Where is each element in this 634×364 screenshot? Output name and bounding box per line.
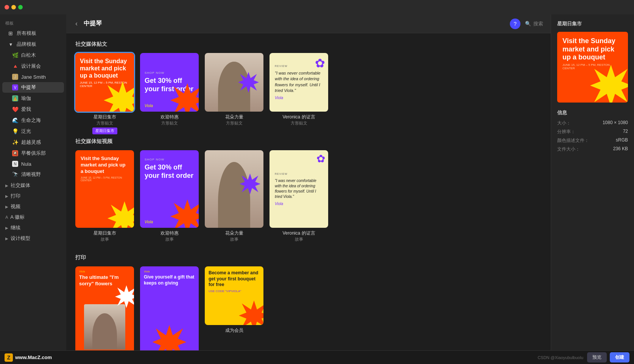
card-story-review[interactable]: ✿ REVIEW "I was never comfortable with t… xyxy=(269,150,328,242)
sidebar-section-header: 模板 xyxy=(0,17,66,28)
z-logo-icon: Z xyxy=(5,353,13,362)
sidebar-item-loveme[interactable]: ❤️ 爱我 xyxy=(2,104,64,115)
preview-main-text: Visit the Sunday market and pick up a bo… xyxy=(562,37,623,62)
card-story-flower[interactable]: 花朵力量 故事 xyxy=(205,150,263,242)
print-member-flower xyxy=(239,300,263,325)
card-story-thirty[interactable]: SHOP NOW Get 30% off your first order Vi… xyxy=(140,150,199,242)
review-quote: "I was never comfortable with the idea o… xyxy=(275,70,323,94)
thumb-print-flowers: Viola The ultimate "I'm sorry" flowers xyxy=(75,266,134,350)
card-veronica[interactable]: ✿ REVIEW "I was never comfortable with t… xyxy=(269,53,328,126)
sidebar-item-breakfast[interactable]: 🍳 早餐俱乐部 xyxy=(2,148,64,159)
story-name-thirty: 欢迎特惠 xyxy=(160,230,179,236)
card-story-sunday[interactable]: Visit the Sunday market and pick up a bo… xyxy=(75,150,134,242)
person-icon: J xyxy=(12,74,18,80)
sidebar-item-light[interactable]: 💡 泛光 xyxy=(2,126,64,137)
print-gift-text: Give yourself a gift that keeps on givin… xyxy=(144,274,195,286)
sidebar-expand-video[interactable]: ▶ 视频 xyxy=(0,201,66,212)
help-button[interactable]: ? xyxy=(510,19,520,29)
bottom-buttons: 预览 创建 xyxy=(587,352,629,362)
yoga-icon: 🧘 xyxy=(12,95,18,101)
thumb-story-flower xyxy=(205,150,263,228)
search-label: 搜索 xyxy=(533,20,543,27)
print-title: 打印 xyxy=(75,254,542,261)
app-logo: Z www.MacZ.com xyxy=(5,353,52,362)
card-flower-power[interactable]: 花朵力量 方形贴文 xyxy=(205,53,263,126)
sidebar-item-ocean[interactable]: 🌊 生命之海 xyxy=(2,115,64,126)
sidebar-item-design-expo[interactable]: 🔺 设计展会 xyxy=(2,61,64,72)
sidebar-expand-continue[interactable]: ▶ 继续 xyxy=(0,222,66,233)
letter-a-icon: A xyxy=(5,215,8,219)
print-grid: Viola The ultimate "I'm sorry" flowers xyxy=(75,266,542,350)
thirty-brand: Viola xyxy=(145,104,153,108)
card-sub-sunday: 方形贴文 xyxy=(97,120,113,126)
sidebar-item-brand-templates[interactable]: ▾ 品牌模板 xyxy=(2,39,64,50)
chevron-right-icon-3: ▶ xyxy=(5,205,8,209)
search-area[interactable]: 🔍 搜索 xyxy=(525,20,543,27)
light-icon: 💡 xyxy=(12,128,18,134)
logo-text: www.MacZ.com xyxy=(15,355,52,360)
info-section-title: 信息 xyxy=(557,108,628,116)
sidebar-expand-print[interactable]: ▶ 打印 xyxy=(0,191,66,201)
sidebar-item-all-templates[interactable]: ⊞ 所有模板 xyxy=(2,28,64,39)
sidebar-item-jane-smith[interactable]: J Jane Smith xyxy=(2,72,64,82)
print-gift-brand: Viola xyxy=(144,270,195,273)
sidebar-item-viola[interactable]: V 中提琴 xyxy=(2,82,64,93)
card-name-veronica: Veronica 的证言 xyxy=(282,114,315,120)
card-sub-veronica: 方形贴文 xyxy=(291,120,307,126)
chevron-right-icon-2: ▶ xyxy=(5,194,8,198)
create-button[interactable]: 创建 xyxy=(610,352,629,362)
color-label: 颜色描述文件： xyxy=(557,137,589,144)
thumb-flower-power xyxy=(205,53,263,112)
story-name-flower: 花朵力量 xyxy=(225,230,243,236)
sidebar-item-clear[interactable]: 🔭 清晰视野 xyxy=(2,169,64,180)
thumb-thirty-off: SHOP NOW Get 30% off your first order Vi… xyxy=(140,53,199,112)
thumb-sunday-market: Visit the Sunday market and pick up a bo… xyxy=(75,53,134,112)
story-sub-sunday: 故事 xyxy=(101,236,109,242)
card-sunday-market[interactable]: Visit the Sunday market and pick up a bo… xyxy=(75,53,134,126)
social-video-grid: Visit the Sunday market and pick up a bo… xyxy=(75,150,542,242)
wave-icon: 🌊 xyxy=(12,117,18,123)
card-print-member[interactable]: Become a member and get your first bouqu… xyxy=(205,266,263,350)
content-header: ‹ 中提琴 ? 🔍 搜索 xyxy=(66,14,551,33)
story-thirty-brand: Viola xyxy=(145,220,153,224)
social-video-section: 社交媒体短视频 Visit the Sunday market and pick… xyxy=(75,138,542,242)
question-icon: ? xyxy=(514,21,517,27)
thumb-story-review: ✿ REVIEW "I was never comfortable with t… xyxy=(269,150,328,228)
card-name-flower: 花朵力量 xyxy=(225,114,243,120)
sidebar-expand-social[interactable]: ▶ 社交媒体 xyxy=(0,180,66,191)
sidebar-expand-logo[interactable]: A A 徽标 xyxy=(0,212,66,222)
story-thirty-text: Get 30% off your first order xyxy=(145,163,194,180)
size-value: 1080 × 1080 xyxy=(603,120,628,126)
right-panel-title: 星期日集市 xyxy=(557,20,628,27)
filesize-value: 236 KB xyxy=(613,146,628,152)
preview-image: Visit the Sunday market and pick up a bo… xyxy=(557,32,628,103)
review-author: Viola xyxy=(275,96,323,100)
sidebar-item-baipaimu[interactable]: 🌿 白松木 xyxy=(2,50,64,61)
story-review-quote: "I was never comfortable with the idea o… xyxy=(275,178,323,199)
sidebar-item-beyond[interactable]: ✨ 超越灵感 xyxy=(2,137,64,148)
story-sub-thirty: 故事 xyxy=(165,236,174,242)
main-scroll[interactable]: 社交媒体贴文 Visit the Sunday market and pick … xyxy=(66,33,551,350)
back-button[interactable]: ‹ xyxy=(74,18,79,29)
preview-button[interactable]: 预览 xyxy=(587,352,607,362)
minimize-button[interactable] xyxy=(11,5,16,9)
print-person-silhouette xyxy=(92,313,117,350)
grid-icon: ⊞ xyxy=(8,30,14,36)
sidebar-expand-design-model[interactable]: ▶ 设计模型 xyxy=(0,233,66,244)
story-purple-flower xyxy=(240,174,260,194)
sidebar-item-nula[interactable]: N Nula xyxy=(2,159,64,169)
maximize-button[interactable] xyxy=(18,5,23,9)
sidebar-item-yoga[interactable]: 🧘 瑜伽 xyxy=(2,93,64,104)
card-thirty-off[interactable]: SHOP NOW Get 30% off your first order Vi… xyxy=(140,53,199,126)
card-name-sunday: 星期日集市 xyxy=(93,114,116,120)
card-print-flowers[interactable]: Viola The ultimate "I'm sorry" flowers xyxy=(75,266,134,350)
card-print-gift[interactable]: Viola Give yourself a gift that keeps on… xyxy=(140,266,199,350)
story-name-review: Veronica 的证言 xyxy=(282,230,315,236)
leaf-icon: 🌿 xyxy=(12,52,18,58)
bottom-bar: Z www.MacZ.com CSDN @Xiaoyubulbuolu 预览 创… xyxy=(0,350,634,364)
story-sub-flower: 故事 xyxy=(230,236,238,242)
story-flower-decal xyxy=(107,201,134,228)
print-brand-top: Viola xyxy=(79,270,130,273)
card-name-thirty: 欢迎特惠 xyxy=(160,114,179,120)
close-button[interactable] xyxy=(5,5,9,9)
